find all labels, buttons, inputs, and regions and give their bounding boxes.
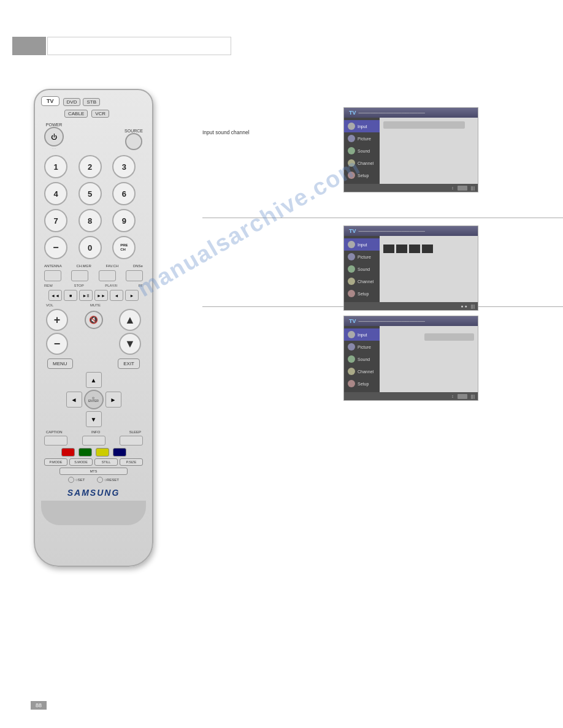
menu-exit-row: MENU EXIT	[41, 358, 146, 369]
vcr-button[interactable]: VCR	[91, 110, 109, 118]
tv-menu-setup-3[interactable]: Setup	[344, 377, 380, 390]
tv-menu-footer-1: ↕ |||	[344, 184, 478, 192]
power-button[interactable]: ⏻	[44, 127, 64, 146]
ch-up-btn[interactable]: ▲	[119, 309, 141, 331]
mts-btn[interactable]: MTS	[59, 468, 128, 475]
block-4	[422, 245, 433, 253]
setup-label-3: Setup	[358, 382, 369, 386]
ff-btn[interactable]: ►►	[94, 290, 108, 301]
caption-btn[interactable]	[44, 436, 67, 446]
tv-menu-channel-2[interactable]: Channel	[344, 275, 380, 287]
sound-icon-1	[348, 147, 355, 154]
dns-btn[interactable]	[126, 270, 143, 281]
menu-btn[interactable]: MENU	[47, 358, 73, 369]
green-btn[interactable]	[79, 448, 92, 457]
tv-menu-content-3	[380, 326, 478, 392]
instruction-text-1: Input sound channel	[202, 129, 334, 137]
btn-9[interactable]: 9	[112, 209, 136, 232]
btn-6[interactable]: 6	[112, 182, 136, 205]
smode-btn[interactable]: S.MODE	[69, 458, 93, 466]
mute-btn[interactable]: 🔇	[85, 311, 103, 329]
tv-menu-picture-1[interactable]: Picture	[344, 132, 380, 145]
tv-menu-footer-3: ↕ |||	[344, 392, 478, 400]
tv-menu-input-1[interactable]: Input	[344, 120, 380, 132]
btn-1[interactable]: 1	[44, 155, 67, 178]
tv-menu-input-3[interactable]: Input	[344, 328, 380, 341]
header-title	[47, 37, 231, 55]
cable-button[interactable]: CABLE	[64, 110, 88, 118]
btn-7[interactable]: 7	[44, 209, 67, 232]
input-label-1: Input	[358, 124, 367, 129]
tv-menu-picture-3[interactable]: Picture	[344, 341, 380, 353]
remote-bottom	[41, 501, 146, 525]
next-btn[interactable]: ►	[125, 290, 139, 301]
enter-btn[interactable]: ⊙ENTER	[84, 390, 104, 409]
picture-icon-2	[348, 253, 355, 260]
sound-label-2: Sound	[358, 267, 370, 271]
transport-row: ◄◄ ■ ►II ►► ◄ ►	[41, 290, 146, 301]
still-btn[interactable]: STILL	[94, 458, 118, 466]
tv-menu-panel-3: TV ───────────────── Input Picture Sound	[343, 316, 478, 407]
yellow-btn[interactable]	[96, 448, 109, 457]
favch-btn[interactable]	[99, 270, 116, 281]
input-label-2: Input	[358, 243, 367, 247]
prev-btn[interactable]: ◄	[110, 290, 123, 301]
tv-menu-setup-2[interactable]: Setup	[344, 287, 380, 300]
tv-menu-header-2: TV ─────────────────	[344, 226, 478, 236]
caption-label: CAPTION	[46, 430, 63, 434]
sleep-btn[interactable]	[120, 436, 143, 446]
dpad-up-btn[interactable]: ▲	[86, 372, 102, 388]
dpad-right-btn[interactable]: ►	[105, 392, 121, 408]
info-btn[interactable]	[82, 436, 105, 446]
stop-label: STOP	[74, 284, 84, 287]
sound-icon-2	[348, 265, 355, 273]
tv-menu-sound-2[interactable]: Sound	[344, 263, 380, 275]
rew-btn[interactable]: ◄◄	[48, 290, 62, 301]
tv-menu-content-2	[380, 236, 478, 302]
btn-8[interactable]: 8	[79, 209, 102, 232]
btn-dash[interactable]: −	[44, 236, 67, 259]
dpad-left-btn[interactable]: ◄	[66, 392, 82, 408]
dpad-down-btn[interactable]: ▼	[86, 411, 102, 427]
function-row: ANTENNA CH.MGR FAV.CH DNSe	[41, 264, 146, 268]
btn-3[interactable]: 3	[112, 155, 136, 178]
divider-1	[202, 218, 563, 218]
tv-menu-sound-3[interactable]: Sound	[344, 353, 380, 365]
pmode-btn[interactable]: P.MODE	[44, 458, 67, 466]
btn-5[interactable]: 5	[79, 182, 102, 205]
mute-label-top: MUTE	[90, 303, 101, 307]
exit-btn[interactable]: EXIT	[118, 358, 140, 369]
tv-menu-channel-1[interactable]: Channel	[344, 157, 380, 169]
btn-0[interactable]: 0	[79, 236, 102, 259]
btn-pre-ch[interactable]: PRECH	[112, 236, 136, 259]
dvd-button[interactable]: DVD	[63, 98, 81, 106]
tv-menu-sidebar-2: Input Picture Sound Channel Setup	[344, 236, 380, 302]
playpause-btn[interactable]: ►II	[79, 290, 93, 301]
stop-btn[interactable]: ■	[64, 290, 77, 301]
blue-btn[interactable]	[113, 448, 126, 457]
tv-mode-button[interactable]: TV	[41, 96, 59, 106]
tv-menu-body-2: Input Picture Sound Channel Setup	[344, 236, 478, 302]
vol-down-btn[interactable]: −	[46, 333, 68, 355]
tv-menu-setup-1[interactable]: Setup	[344, 169, 380, 181]
btn-2[interactable]: 2	[79, 155, 102, 178]
tv-menu-sound-1[interactable]: Sound	[344, 145, 380, 157]
stb-button[interactable]: STB	[83, 98, 100, 106]
tv-menu-input-2[interactable]: Input	[344, 238, 380, 251]
vol-up-btn[interactable]: +	[46, 309, 68, 331]
source-label: SOURCE	[124, 129, 143, 133]
channel-icon-2	[348, 278, 355, 285]
tv-menu-picture-2[interactable]: Picture	[344, 251, 380, 263]
ch-down-btn[interactable]: ▼	[119, 333, 141, 355]
content-bar-1	[383, 121, 465, 129]
setup-label-2: Setup	[358, 292, 369, 296]
chmgr-btn[interactable]	[71, 270, 88, 281]
psize-btn[interactable]: P.SIZE	[120, 458, 143, 466]
btn-4[interactable]: 4	[44, 182, 67, 205]
source-button[interactable]	[125, 133, 142, 150]
tv-menu-channel-3[interactable]: Channel	[344, 365, 380, 377]
block-1	[383, 245, 394, 253]
red-btn[interactable]	[61, 448, 75, 457]
antenna-btn[interactable]	[44, 270, 61, 281]
dpad: ▲ ▼ ◄ ► ⊙ENTER	[66, 372, 121, 427]
